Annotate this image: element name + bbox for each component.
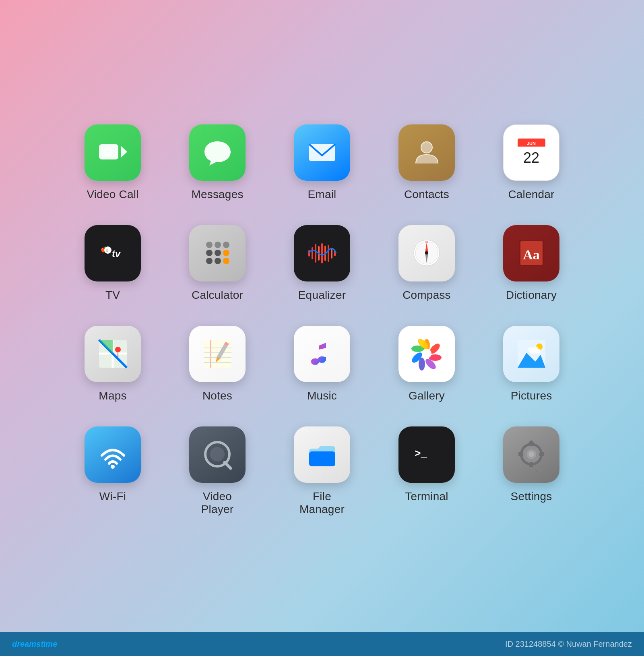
- app-messages[interactable]: Messages: [185, 124, 250, 201]
- music-label: Music: [307, 389, 337, 402]
- svg-rect-30: [321, 243, 323, 263]
- app-email[interactable]: Email: [290, 124, 354, 201]
- svg-text:N: N: [425, 240, 428, 244]
- calculator-icon: [189, 225, 246, 281]
- settings-icon: [503, 426, 559, 483]
- messages-icon: [189, 124, 246, 181]
- svg-rect-22: [223, 250, 229, 256]
- svg-rect-20: [206, 250, 213, 256]
- app-file-manager[interactable]: File Manager: [290, 426, 354, 516]
- video-call-label: Video Call: [87, 188, 138, 201]
- svg-point-87: [528, 451, 534, 457]
- tv-label: TV: [105, 289, 120, 302]
- app-video-player[interactable]: Video Player: [185, 426, 250, 516]
- svg-rect-81: [529, 462, 533, 467]
- notes-label: Notes: [202, 389, 232, 402]
- app-settings[interactable]: Settings: [499, 426, 564, 503]
- dictionary-icon: Aa: [503, 225, 559, 281]
- calendar-label: Calendar: [508, 188, 554, 201]
- app-video-call[interactable]: Video Call: [80, 124, 145, 201]
- app-pictures[interactable]: Pictures: [499, 326, 564, 402]
- equalizer-icon: [294, 225, 350, 281]
- svg-rect-23: [206, 258, 213, 264]
- terminal-icon: >_: [398, 426, 455, 483]
- svg-rect-83: [539, 452, 544, 456]
- svg-point-4: [421, 142, 432, 153]
- watermark-id: ID 231248854 © Nuwan Fernandez: [505, 639, 632, 649]
- video-call-icon: [85, 124, 141, 181]
- maps-label: Maps: [99, 389, 126, 402]
- messages-label: Messages: [191, 188, 243, 201]
- svg-point-76: [210, 447, 225, 461]
- app-row-4: Wi-Fi Video Player: [80, 426, 564, 516]
- compass-icon: N: [398, 225, 455, 281]
- wifi-icon: [85, 426, 141, 483]
- apps-grid: Video Call Messages Email: [80, 0, 564, 632]
- svg-text:JUN: JUN: [526, 141, 535, 146]
- app-row-1: Video Call Messages Email: [80, 124, 564, 201]
- terminal-label: Terminal: [405, 490, 448, 503]
- svg-rect-21: [215, 250, 221, 256]
- app-row-2: 🍎tv t tv TV: [80, 225, 564, 302]
- video-player-icon: [189, 426, 246, 483]
- svg-rect-72: [530, 350, 540, 354]
- app-compass[interactable]: N Compass: [394, 225, 459, 302]
- dictionary-label: Dictionary: [506, 289, 557, 302]
- music-icon: [294, 326, 350, 382]
- contacts-label: Contacts: [404, 188, 449, 201]
- svg-line-75: [225, 462, 231, 468]
- svg-text:>_: >_: [415, 448, 427, 460]
- svg-rect-85: [533, 471, 539, 472]
- watermark-logo: dreamstime: [12, 639, 57, 649]
- svg-point-14: [104, 246, 111, 254]
- app-music[interactable]: Music: [290, 326, 354, 402]
- svg-point-1: [104, 148, 112, 156]
- email-icon: [294, 124, 350, 181]
- app-contacts[interactable]: Contacts: [394, 124, 459, 201]
- contacts-icon: [398, 124, 455, 181]
- notes-icon: [189, 326, 246, 382]
- app-maps[interactable]: Maps: [80, 326, 145, 402]
- file-manager-label: File Manager: [290, 490, 354, 516]
- video-player-label: Video Player: [185, 490, 250, 516]
- gallery-icon: [398, 326, 455, 382]
- app-equalizer[interactable]: Equalizer: [290, 225, 354, 302]
- app-tv[interactable]: 🍎tv t tv TV: [80, 225, 145, 302]
- gallery-label: Gallery: [409, 389, 445, 402]
- svg-rect-18: [215, 242, 221, 248]
- svg-marker-2: [121, 146, 127, 158]
- svg-rect-24: [215, 258, 221, 264]
- svg-point-39: [425, 251, 428, 255]
- svg-text:Aa: Aa: [523, 247, 540, 262]
- svg-rect-32: [328, 245, 329, 262]
- svg-rect-19: [223, 242, 229, 248]
- app-gallery[interactable]: Gallery: [394, 326, 459, 402]
- settings-label: Settings: [511, 490, 552, 503]
- svg-point-65: [422, 349, 431, 358]
- app-dictionary[interactable]: Aa Dictionary: [499, 225, 564, 302]
- svg-rect-28: [315, 244, 316, 263]
- app-calculator[interactable]: Calculator: [185, 225, 250, 302]
- file-manager-icon: [294, 426, 350, 483]
- svg-rect-25: [223, 258, 229, 264]
- app-terminal[interactable]: >_ Terminal: [394, 426, 459, 503]
- tv-icon: 🍎tv t tv: [85, 225, 141, 281]
- email-label: Email: [308, 188, 336, 201]
- svg-rect-82: [518, 452, 523, 456]
- svg-rect-27: [312, 247, 313, 259]
- pictures-icon: [503, 326, 559, 382]
- svg-text:22: 22: [523, 149, 539, 166]
- app-row-3: Maps Not: [80, 326, 564, 402]
- watermark-bar: dreamstime ID 231248854 © Nuwan Fernande…: [0, 632, 644, 656]
- equalizer-label: Equalizer: [298, 289, 346, 302]
- calculator-label: Calculator: [192, 289, 243, 302]
- app-wifi[interactable]: Wi-Fi: [80, 426, 145, 503]
- compass-label: Compass: [402, 289, 451, 302]
- svg-point-47: [115, 347, 121, 352]
- svg-point-73: [111, 465, 115, 469]
- wifi-label: Wi-Fi: [99, 490, 126, 503]
- app-notes[interactable]: Notes: [185, 326, 250, 402]
- maps-icon: [85, 326, 141, 382]
- pictures-label: Pictures: [511, 389, 552, 402]
- app-calendar[interactable]: JUN 22 Calendar: [499, 124, 564, 201]
